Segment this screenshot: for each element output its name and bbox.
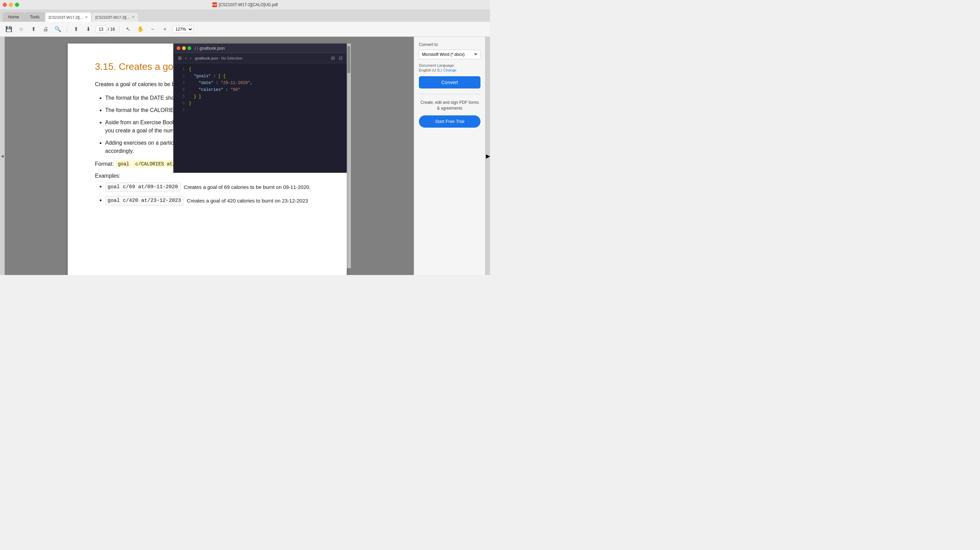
tab-pdf-2[interactable]: [CS2103T-W17-2][... ✕ bbox=[92, 12, 138, 22]
json-expand-btn[interactable]: ⊡ bbox=[337, 55, 344, 61]
json-line-content-4: "calories" : "69" bbox=[189, 86, 344, 93]
document-language-section: Document Language: English (U.S.) Change bbox=[419, 63, 480, 72]
tab-pdf-1[interactable]: [CS2103T-W17-2][... ✕ bbox=[45, 12, 92, 22]
format-code-1: goal bbox=[116, 161, 131, 167]
doc-language-value: English (U.S.) bbox=[419, 68, 442, 72]
doc-language-value-row: English (U.S.) Change bbox=[419, 68, 480, 72]
nav-tabs: Home Tools [CS2103T-W17-2][... ✕ [CS2103… bbox=[3, 12, 138, 22]
json-editor-toolbar: ⊞ ‹ › goalbook.json › No Selection ⊟ ⊡ bbox=[174, 53, 347, 63]
title-text: [CS2103T-W17-2][CALO]UG.pdf bbox=[219, 2, 278, 7]
json-breadcrumb-file: goalbook.json bbox=[195, 56, 218, 60]
right-panel-toggle[interactable]: ▶ bbox=[485, 37, 490, 275]
json-editor-maximize[interactable] bbox=[188, 46, 191, 50]
tab-pdf-2-close[interactable]: ✕ bbox=[132, 15, 135, 19]
json-editor-right-icons: ⊟ ⊡ bbox=[330, 55, 344, 61]
zoom-in-button[interactable]: + bbox=[160, 24, 170, 34]
cursor-tool-button[interactable]: ↖ bbox=[124, 24, 133, 34]
tab-bar: Home Tools [CS2103T-W17-2][... ✕ [CS2103… bbox=[0, 10, 490, 22]
example-item-1: goal c/69 at/09-11-2020 Creates a goal o… bbox=[105, 182, 320, 192]
json-grid-view-btn[interactable]: ⊞ bbox=[177, 55, 183, 61]
json-line-num-4: 4 bbox=[177, 86, 185, 93]
example-2-content: goal c/420 at/23-12-2023 Creates a goal … bbox=[105, 196, 320, 206]
search-button[interactable]: 🔍 bbox=[53, 24, 63, 34]
json-split-btn[interactable]: ⊟ bbox=[330, 55, 336, 61]
json-line-content-3: "date" : "29-11-2020", bbox=[189, 80, 344, 86]
json-line-num-7: 7 bbox=[177, 107, 185, 114]
scrollbar-thumb[interactable] bbox=[347, 46, 350, 73]
close-button[interactable] bbox=[3, 3, 7, 7]
maximize-button[interactable] bbox=[15, 3, 19, 7]
json-line-3: 3 "date" : "29-11-2020", bbox=[174, 80, 347, 86]
json-line-content-6: } bbox=[189, 100, 344, 107]
json-line-content-5: } ] bbox=[189, 93, 344, 100]
json-editor-content: 1 { 2 "goals" : [ { 3 "date" : "29-11-20… bbox=[174, 63, 347, 172]
main-area: ◀ { } goalbook.json bbox=[0, 37, 490, 275]
title-bar: PDF [CS2103T-W17-2][CALO]UG.pdf bbox=[0, 0, 490, 10]
json-line-5: 5 } ] bbox=[174, 93, 347, 100]
right-toggle-icon: ▶ bbox=[486, 153, 490, 159]
next-page-button[interactable]: ⬇ bbox=[83, 24, 93, 34]
examples-list: goal c/69 at/09-11-2020 Creates a goal o… bbox=[105, 182, 320, 206]
separator-1 bbox=[67, 26, 67, 33]
bookmark-button[interactable]: ☆ bbox=[16, 24, 26, 34]
json-editor: { } goalbook.json ⊞ ‹ › goalbook.json › … bbox=[173, 43, 347, 173]
tab-tools[interactable]: Tools bbox=[24, 12, 45, 22]
example-1-desc: Creates a goal of 69 calories to be burn… bbox=[184, 183, 311, 191]
tab-pdf-2-label: [CS2103T-W17-2][... bbox=[95, 15, 129, 19]
json-line-num-2: 2 bbox=[177, 73, 185, 80]
json-forward-btn[interactable]: › bbox=[189, 55, 192, 61]
tab-home[interactable]: Home bbox=[3, 12, 24, 22]
free-trial-button[interactable]: Start Free Trial bbox=[419, 115, 480, 128]
convert-button[interactable]: Convert bbox=[419, 76, 480, 88]
save-button[interactable]: 💾 bbox=[4, 24, 14, 34]
example-1-content: goal c/69 at/09-11-2020 Creates a goal o… bbox=[105, 182, 320, 192]
zoom-select[interactable]: 127% 100% 75% 50% 150% 200% bbox=[172, 26, 193, 33]
pdf-heading-text: 3.15. Creates a goal: bbox=[95, 61, 183, 72]
pdf-page: { } goalbook.json ⊞ ‹ › goalbook.json › … bbox=[68, 43, 347, 275]
page-number-input[interactable] bbox=[95, 26, 107, 33]
tab-pdf-1-close[interactable]: ✕ bbox=[85, 15, 88, 19]
separator-2 bbox=[119, 26, 119, 33]
right-panel-divider bbox=[419, 94, 480, 94]
upload-button[interactable]: ⬆ bbox=[29, 24, 38, 34]
json-line-4: 4 "calories" : "69" bbox=[174, 86, 347, 93]
format-label: Format: bbox=[95, 161, 114, 167]
zoom-out-button[interactable]: − bbox=[148, 24, 158, 34]
convert-format-select[interactable]: Microsoft Word (*.docx) bbox=[419, 50, 480, 59]
promo-text: Create, edit and sign PDF forms & agreem… bbox=[419, 100, 480, 111]
json-editor-close[interactable] bbox=[177, 46, 180, 50]
json-file-icon: { } bbox=[195, 46, 198, 50]
json-line-1: 1 { bbox=[174, 66, 347, 73]
pdf-scrollbar[interactable] bbox=[347, 43, 351, 268]
json-breadcrumb-selection: No Selection bbox=[221, 56, 242, 60]
traffic-lights bbox=[3, 3, 19, 7]
toolbar: 💾 ☆ ⬆ 🖨 🔍 ⬆ ⬇ / 16 ↖ ✋ − + 127% 100% 75%… bbox=[0, 22, 490, 37]
example-2-code: goal c/420 at/23-12-2023 bbox=[105, 196, 183, 206]
promo-section: Create, edit and sign PDF forms & agreem… bbox=[419, 100, 480, 128]
json-line-num-6: 6 bbox=[177, 100, 185, 107]
json-editor-minimize[interactable] bbox=[182, 46, 186, 50]
json-line-content-2: "goals" : [ { bbox=[189, 73, 344, 80]
left-panel-toggle[interactable]: ◀ bbox=[0, 37, 5, 275]
json-line-num-3: 3 bbox=[177, 80, 185, 86]
json-editor-filename: goalbook.json bbox=[199, 46, 224, 51]
page-separator: / bbox=[108, 27, 109, 32]
right-panel: Convert to Microsoft Word (*.docx) Docum… bbox=[414, 37, 485, 275]
print-button[interactable]: 🖨 bbox=[41, 24, 50, 34]
page-nav: / 16 bbox=[95, 26, 115, 33]
convert-to-label: Convert to bbox=[419, 42, 480, 47]
json-breadcrumb: goalbook.json › No Selection bbox=[195, 56, 243, 60]
pdf-icon: PDF bbox=[212, 2, 217, 7]
json-line-6: 6 } bbox=[174, 100, 347, 107]
minimize-button[interactable] bbox=[9, 3, 13, 7]
json-editor-titlebar: { } goalbook.json bbox=[174, 43, 347, 53]
json-editor-traffic-lights bbox=[177, 46, 191, 50]
prev-page-button[interactable]: ⬆ bbox=[71, 24, 81, 34]
json-breadcrumb-sep: › bbox=[219, 56, 221, 60]
change-language-link[interactable]: Change bbox=[443, 68, 457, 72]
example-1-code: goal c/69 at/09-11-2020 bbox=[105, 182, 180, 192]
json-line-7: 7 bbox=[174, 107, 347, 114]
pdf-area: { } goalbook.json ⊞ ‹ › goalbook.json › … bbox=[5, 37, 414, 275]
pan-tool-button[interactable]: ✋ bbox=[136, 24, 145, 34]
json-back-btn[interactable]: ‹ bbox=[184, 55, 188, 61]
